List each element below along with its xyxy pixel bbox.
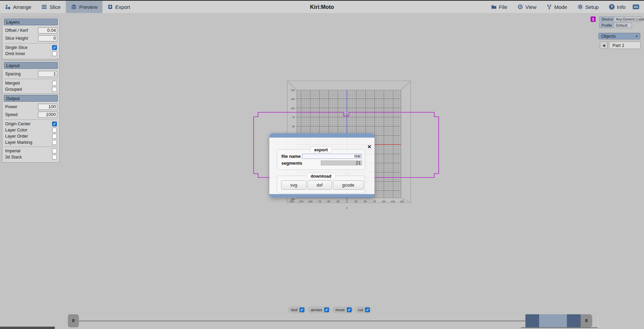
close-icon[interactable]: ✕ (367, 144, 372, 149)
slider-range-handle-a[interactable] (525, 314, 539, 327)
layers-panel-header[interactable]: Layers (4, 18, 58, 25)
bottom-right-line (521, 327, 598, 328)
dialog-body: ✕ export file name segments download svg… (269, 138, 375, 194)
mode-button[interactable]: Mode (542, 1, 572, 13)
power-row: Power (4, 103, 58, 111)
export-button[interactable]: Export (102, 1, 135, 13)
objects-dropdown[interactable]: Objects ▾ (598, 33, 640, 39)
y-axis-tick-label: 125 (291, 98, 295, 100)
file-name-input[interactable] (302, 154, 362, 159)
slider-end-handle[interactable]: 0 (581, 314, 592, 327)
export-label: Export (115, 4, 130, 10)
origin-center-label: Origin Center (5, 122, 31, 126)
device-label: Device (599, 16, 614, 22)
layout-panel: Layout Spacing Merged Grouped (2, 61, 60, 95)
origin-center-row: Origin Center (4, 121, 58, 127)
tool-toggle[interactable]: tool (288, 306, 306, 313)
layer-order-checkbox[interactable] (52, 134, 57, 139)
grouped-checkbox[interactable] (52, 87, 57, 92)
x-axis-tick-label: 75 (373, 200, 376, 203)
arrows-toggle[interactable]: arrows (307, 306, 331, 313)
merged-label: Merged (5, 81, 20, 86)
file-label: File (499, 4, 507, 10)
imperial-checkbox[interactable] (52, 149, 57, 153)
move-toggle[interactable]: move (332, 306, 353, 313)
export-dialog: ✕ export file name segments download svg… (269, 133, 375, 198)
download-svg-button[interactable]: svg (281, 180, 306, 190)
layers-panel-title: Layers (6, 20, 20, 25)
y-axis-tick-label: 150 (291, 89, 295, 91)
segments-input (321, 161, 362, 165)
layers-panel: Layers Offset / Kerf Slice Height Single… (2, 17, 60, 59)
setup-button[interactable]: Setup (572, 1, 604, 13)
view-label: View (525, 4, 536, 10)
preview-toggle-bar: tool arrows move cut (288, 306, 372, 313)
slice-button[interactable]: Slice (36, 1, 66, 13)
merged-checkbox[interactable] (52, 81, 57, 86)
arrange-icon (5, 4, 11, 10)
slice-height-input[interactable] (38, 35, 57, 41)
layer-color-checkbox[interactable] (52, 128, 57, 132)
x-axis-tick-label: -25 (336, 200, 339, 203)
preview-button[interactable]: Preview (66, 1, 102, 13)
tool-toggle-label: tool (291, 308, 297, 312)
info-button[interactable]: ? Info (604, 1, 631, 13)
slider-start-handle[interactable]: 0 (68, 314, 79, 327)
3d-stack-checkbox[interactable] (52, 155, 57, 160)
file-button[interactable]: File (486, 1, 512, 13)
single-slice-checkbox[interactable] (52, 45, 57, 50)
layer-marking-row: Layer Marking (4, 139, 58, 145)
arrange-label: Arrange (13, 4, 31, 10)
toolbar-right-group: File View Mode (486, 1, 644, 13)
output-panel-header[interactable]: Output (4, 95, 58, 102)
layer-marking-checkbox[interactable] (52, 140, 57, 145)
omit-inner-checkbox[interactable] (52, 51, 57, 56)
dialog-title-bar[interactable] (269, 133, 375, 138)
download-group-title: download (306, 173, 336, 179)
offset-kerf-input[interactable] (38, 27, 57, 34)
folder-icon (491, 4, 497, 10)
file-name-row: file name (281, 153, 363, 159)
cut-toggle[interactable]: cut (355, 306, 372, 313)
origin-center-checkbox[interactable] (52, 122, 57, 126)
speed-input[interactable] (38, 112, 57, 118)
profile-row[interactable]: Profile Default (599, 23, 632, 28)
arrows-toggle-label: arrows (311, 308, 322, 312)
language-icon[interactable]: Az (633, 4, 639, 9)
slider-track[interactable] (78, 320, 526, 321)
single-slice-row: Single Slice (4, 45, 58, 51)
device-row[interactable]: Device Any.Generic.Laser (599, 16, 642, 22)
download-gcode-button[interactable]: gcode (333, 180, 364, 190)
arrange-button[interactable]: Arrange (0, 1, 36, 13)
slider-range-handle-b[interactable] (567, 314, 581, 327)
part-prev-button[interactable]: ◀ (600, 41, 608, 49)
grouped-label: Grouped (5, 87, 22, 92)
y-axis-tick-label: 100 (291, 107, 295, 110)
question-icon: ? (609, 4, 615, 10)
arrows-checkbox[interactable] (324, 307, 329, 312)
layer-marking-label: Layer Marking (5, 140, 32, 145)
x-axis-tick-label: -100 (308, 200, 313, 203)
download-dxf-button[interactable]: dxf (307, 180, 332, 190)
segments-row: segments (281, 160, 363, 166)
toolbar-left-group: Arrange Slice Preview (0, 1, 135, 13)
slice-height-row: Slice Height (4, 34, 58, 42)
move-checkbox[interactable] (347, 307, 352, 312)
tool-checkbox[interactable] (300, 307, 304, 312)
x-axis-tick-label: 50 (364, 200, 367, 203)
part-name-field[interactable]: Part 1 (609, 41, 641, 49)
objects-label: Objects (601, 34, 616, 39)
power-input[interactable] (38, 104, 57, 110)
omit-inner-row: Omit Inner (4, 51, 58, 57)
cut-checkbox[interactable] (365, 307, 370, 312)
x-axis-tick-label: 25 (355, 200, 357, 203)
x-axis-tick-label: 0 (346, 200, 348, 203)
branch-icon (547, 4, 552, 10)
layout-panel-header[interactable]: Layout (4, 62, 58, 69)
cut-toggle-label: cut (358, 308, 363, 312)
part-row: ◀ Part 1 (600, 41, 641, 49)
view-button[interactable]: View (512, 1, 542, 13)
download-group: download svg dxf gcode (277, 176, 365, 193)
slider-range-fill[interactable] (539, 314, 567, 327)
spacing-input[interactable] (38, 71, 57, 77)
